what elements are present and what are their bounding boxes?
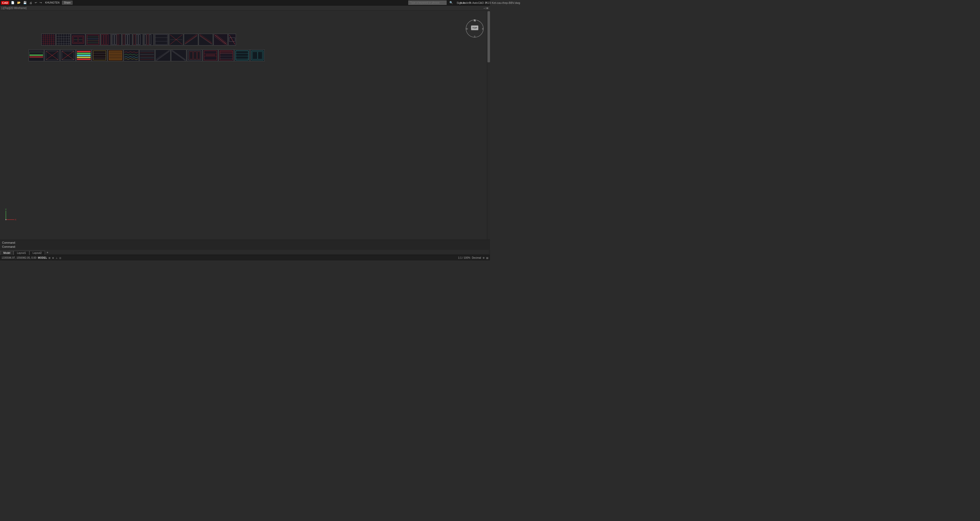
app: CAD 📄 📂 💾 🖨 ↩ ↪ KHUNGTEN Share Autodesk …: [0, 0, 490, 260]
cad-logo: CAD: [1, 1, 9, 5]
model-indicator[interactable]: MODEL: [38, 257, 47, 259]
titlebar: CAD 📄 📂 💾 🖨 ↩ ↪ KHUNGTEN Share Autodesk …: [0, 0, 490, 6]
svg-point-151: [5, 219, 6, 220]
drawing-thumb-r2-1[interactable]: [29, 49, 44, 61]
drawing-thumb-r2-10[interactable]: [171, 49, 186, 61]
search-input[interactable]: [408, 0, 447, 5]
drawing-thumb-8[interactable]: [133, 34, 143, 45]
new-btn[interactable]: 📄: [10, 1, 15, 5]
compass-top-label: TOP: [473, 27, 477, 29]
scrollbar-vertical[interactable]: [487, 11, 490, 260]
drawing-thumb-2[interactable]: [56, 34, 70, 45]
titlebar-left: CAD 📄 📂 💾 🖨 ↩ ↪ KHUNGTEN Share: [0, 1, 73, 5]
svg-rect-135: [220, 51, 232, 54]
drawing-thumb-7[interactable]: [122, 34, 132, 45]
svg-rect-92: [77, 51, 91, 53]
add-tab-btn[interactable]: +: [45, 250, 50, 255]
svg-rect-97: [92, 50, 107, 61]
drawing-thumb-r2-6[interactable]: [108, 49, 123, 61]
viewport-restore[interactable]: ⊠: [487, 7, 488, 10]
compass-south: S: [474, 35, 476, 38]
search-icon-btn[interactable]: 🔍: [449, 1, 454, 5]
svg-rect-28: [86, 34, 100, 45]
drawing-thumb-5[interactable]: [100, 34, 111, 45]
drawing-thumb-6[interactable]: [111, 34, 121, 45]
tab-model[interactable]: Model: [0, 251, 14, 255]
drawing-thumb-r2-14[interactable]: [234, 49, 250, 61]
drawing-thumb-r2-4[interactable]: [76, 49, 91, 61]
svg-rect-96: [77, 59, 91, 60]
drawing-thumb-r2-13[interactable]: [219, 49, 234, 61]
grid-btn[interactable]: ⊞: [49, 257, 51, 259]
drawing-thumb-15[interactable]: [228, 34, 236, 45]
tab-layout1[interactable]: Layout1: [14, 251, 29, 255]
svg-rect-79: [29, 56, 43, 57]
drawing-thumb-13[interactable]: [199, 34, 213, 45]
statusbar-left: 1335596.97, 1556982.05, 0.00 MODEL ⊞ ⊕ ⊥…: [2, 257, 61, 259]
tabbar: ModelLayout1Layout2+: [0, 250, 50, 255]
workspace-label: [-][Top][2D Wireframe] ─ □ ⊠: [0, 6, 490, 11]
svg-rect-139: [235, 50, 249, 61]
drawing-thumb-r2-11[interactable]: [187, 49, 202, 61]
svg-rect-95: [77, 57, 91, 58]
svg-rect-22: [71, 34, 85, 45]
compass-west: W: [466, 27, 468, 30]
print-btn[interactable]: 🖨: [29, 1, 33, 5]
drawing-thumb-r2-12[interactable]: [203, 49, 218, 61]
compass-east: E: [482, 27, 484, 30]
drawing-thumb-r2-9[interactable]: [155, 49, 170, 61]
svg-rect-123: [187, 50, 202, 61]
main-viewport: N S E W TOP Y X: [0, 11, 490, 260]
coordinates-display: 1335596.97, 1556982.05, 0.00: [2, 257, 36, 259]
drawing-thumb-4[interactable]: [86, 34, 100, 45]
svg-rect-12: [56, 34, 70, 45]
polar-btn[interactable]: ◎: [59, 257, 61, 259]
svg-rect-132: [205, 54, 215, 56]
workspace-selector[interactable]: KHUNGTEN: [44, 1, 61, 4]
save-btn[interactable]: 💾: [22, 1, 27, 5]
command-output: Command: Command:: [0, 240, 490, 249]
snap-btn[interactable]: ⊕: [52, 257, 54, 259]
svg-rect-54: [154, 34, 168, 45]
drawing-thumb-r2-5[interactable]: [92, 49, 107, 61]
statusbar: 1335596.97, 1556982.05, 0.00 MODEL ⊞ ⊕ ⊥…: [0, 255, 490, 260]
panels-btn[interactable]: ▤: [486, 257, 488, 259]
tab-layout2[interactable]: Layout2: [29, 251, 45, 255]
drawing-thumb-11[interactable]: [169, 34, 183, 45]
drawing-thumb-12[interactable]: [184, 34, 198, 45]
svg-rect-107: [124, 50, 138, 61]
svg-rect-94: [77, 55, 91, 56]
scale-display: 1:1 / 100%: [458, 257, 470, 259]
command-input-field[interactable]: [9, 250, 489, 254]
drawing-area[interactable]: [0, 11, 490, 260]
command-input-row: ✕ ▼: [0, 249, 490, 254]
command-area: Command: Command: ✕ ▼: [0, 239, 490, 255]
statusbar-right: 1:1 / 100% Decimal ⚙ ▤: [458, 257, 488, 259]
settings-btn[interactable]: ⚙: [483, 257, 485, 259]
undo-btn[interactable]: ↩: [34, 1, 38, 5]
open-btn[interactable]: 📂: [16, 1, 21, 5]
drawing-thumb-r2-2[interactable]: [45, 49, 60, 61]
svg-rect-103: [109, 51, 122, 60]
drawing-thumb-1[interactable]: [41, 34, 56, 45]
scrollbar-thumb-v[interactable]: [487, 11, 490, 62]
ucs-y-label: Y: [5, 208, 6, 211]
drawing-thumb-14[interactable]: [213, 34, 228, 45]
svg-rect-78: [29, 55, 43, 56]
compass-north: N: [474, 19, 476, 22]
decimal-display: Decimal: [472, 257, 481, 259]
drawing-thumb-3[interactable]: [71, 34, 85, 45]
compass: N S E W TOP: [465, 18, 485, 39]
command-line-2: Command:: [2, 245, 488, 249]
drawing-thumb-r2-8[interactable]: [139, 49, 155, 61]
drawing-thumb-r2-3[interactable]: [60, 49, 76, 61]
drawing-thumb-r2-7[interactable]: [124, 49, 139, 61]
ucs-x-label: X: [15, 218, 16, 221]
ortho-btn[interactable]: ⊥: [56, 257, 58, 259]
redo-btn[interactable]: ↪: [39, 1, 43, 5]
drawing-thumb-10[interactable]: [154, 34, 169, 45]
drawing-thumb-9[interactable]: [143, 34, 154, 45]
share-button[interactable]: Share: [62, 1, 73, 5]
svg-rect-108: [140, 50, 154, 61]
drawing-thumb-r2-15[interactable]: [250, 49, 264, 61]
